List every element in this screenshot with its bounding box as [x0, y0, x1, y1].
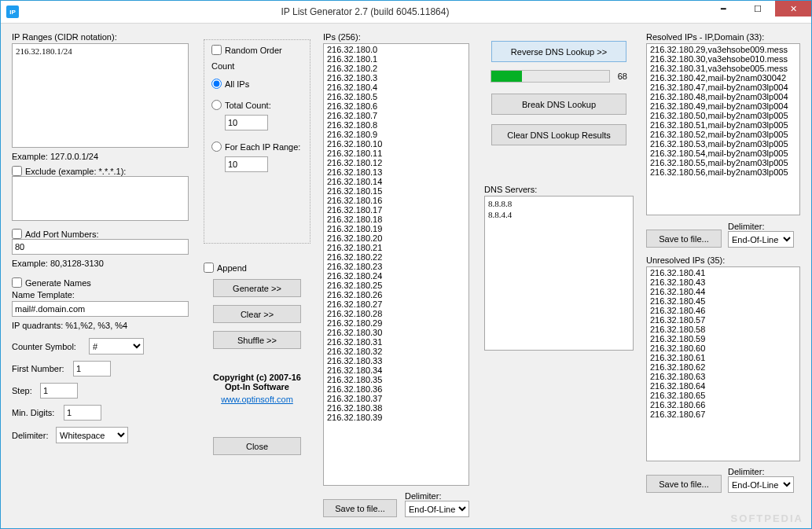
list-item[interactable]: 216.32.180.13 [327, 167, 465, 177]
list-item[interactable]: 216.32.180.52,mail-by2nam03lp005 [650, 130, 796, 139]
list-item[interactable]: 216.32.180.64 [650, 381, 796, 391]
list-item[interactable]: 216.32.180.58 [650, 325, 796, 334]
list-item[interactable]: 216.32.180.63 [650, 372, 796, 381]
save-unresolved-button[interactable]: Save to file... [646, 475, 722, 493]
maximize-button[interactable]: ☐ [740, 1, 775, 17]
exclude-checkbox[interactable] [12, 166, 22, 176]
list-item[interactable]: 216.32.180.35 [327, 375, 465, 384]
list-item[interactable]: 216.32.180.39 [327, 413, 465, 422]
list-item[interactable]: 216.32.180.16 [327, 196, 465, 205]
list-item[interactable]: 216.32.180.34 [327, 366, 465, 375]
list-item[interactable]: 216.32.180.31 [327, 337, 465, 347]
list-item[interactable]: 216.32.180.59 [650, 334, 796, 343]
list-item[interactable]: 216.32.180.9 [327, 130, 465, 139]
list-item[interactable]: 216.32.180.6 [327, 101, 465, 111]
list-item[interactable]: 216.32.180.11 [327, 149, 465, 158]
all-ips-radio[interactable] [211, 79, 222, 89]
save-resolved-button[interactable]: Save to file... [646, 230, 722, 248]
delimiter-select-1[interactable]: Whitespace [56, 427, 128, 443]
list-item[interactable]: 216.32.180.29,va3ehsobe009.mess [650, 45, 796, 54]
list-item[interactable]: 216.32.180.27 [327, 299, 465, 309]
list-item[interactable]: 216.32.180.61 [650, 353, 796, 362]
minimize-button[interactable]: ━ [706, 1, 740, 17]
list-item[interactable]: 216.32.180.31,va3ehsobe005.mess [650, 64, 796, 73]
delimiter-select-3[interactable]: End-Of-Line [405, 501, 469, 517]
ip-ranges-input[interactable]: 216.32.180.1/24 [12, 43, 189, 148]
min-digits-input[interactable] [64, 405, 101, 421]
clear-button[interactable]: Clear >> [213, 305, 301, 323]
shuffle-button[interactable]: Shuffle >> [213, 331, 301, 349]
list-item[interactable]: 216.32.180.0 [327, 45, 465, 54]
random-order-checkbox[interactable] [211, 45, 222, 55]
list-item[interactable]: 216.32.180.46 [650, 306, 796, 315]
list-item[interactable]: 216.32.180.55,mail-by2nam03lp005 [650, 158, 796, 167]
list-item[interactable]: 216.32.180.19 [327, 224, 465, 233]
close-window-button[interactable]: ✕ [775, 1, 811, 17]
list-item[interactable]: 216.32.180.54,mail-by2nam03lp005 [650, 149, 796, 158]
list-item[interactable]: 216.32.180.48,mail-by2nam03lp004 [650, 92, 796, 101]
list-item[interactable]: 216.32.180.42,mail-by2nam030042 [650, 73, 796, 83]
list-item[interactable]: 216.32.180.33 [327, 356, 465, 366]
list-item[interactable]: 216.32.180.4 [327, 83, 465, 92]
unresolved-listbox[interactable]: 216.32.180.41216.32.180.43216.32.180.442… [646, 266, 800, 461]
list-item[interactable]: 216.32.180.15 [327, 186, 465, 196]
list-item[interactable]: 216.32.180.20 [327, 233, 465, 243]
list-item[interactable]: 216.32.180.38 [327, 403, 465, 413]
list-item[interactable]: 216.32.180.62 [650, 362, 796, 372]
clear-dns-button[interactable]: Clear DNS Lookup Results [491, 124, 626, 145]
list-item[interactable]: 216.32.180.36 [327, 384, 465, 394]
list-item[interactable]: 216.32.180.30 [327, 328, 465, 337]
list-item[interactable]: 216.32.180.24 [327, 271, 465, 281]
append-checkbox[interactable] [204, 263, 214, 273]
list-item[interactable]: 216.32.180.51,mail-by2nam03lp005 [650, 120, 796, 130]
list-item[interactable]: 216.32.180.60 [650, 343, 796, 353]
list-item[interactable]: 216.32.180.8 [327, 120, 465, 130]
list-item[interactable]: 216.32.180.56,mail-by2nam03lp005 [650, 167, 796, 177]
for-each-radio[interactable] [211, 141, 222, 152]
counter-symbol-select[interactable]: # [89, 338, 144, 355]
list-item[interactable]: 216.32.180.5 [327, 92, 465, 101]
list-item[interactable]: 216.32.180.10 [327, 139, 465, 149]
save-ips-button[interactable]: Save to file... [323, 499, 397, 517]
generate-button[interactable]: Generate >> [213, 279, 301, 297]
list-item[interactable]: 216.32.180.17 [327, 205, 465, 215]
exclude-input[interactable] [12, 176, 189, 221]
website-link[interactable]: www.optinsoft.com [221, 395, 293, 404]
list-item[interactable]: 216.32.180.14 [327, 177, 465, 186]
total-count-radio[interactable] [211, 100, 222, 110]
generate-names-checkbox[interactable] [12, 277, 22, 288]
list-item[interactable]: 216.32.180.45 [650, 296, 796, 306]
list-item[interactable]: 216.32.180.26 [327, 290, 465, 299]
total-count-input[interactable] [225, 115, 268, 130]
list-item[interactable]: 216.32.180.2 [327, 64, 465, 73]
port-input[interactable] [12, 239, 189, 255]
list-item[interactable]: 216.32.180.18 [327, 215, 465, 224]
list-item[interactable]: 216.32.180.7 [327, 111, 465, 120]
resolved-listbox[interactable]: 216.32.180.29,va3ehsobe009.mess216.32.18… [646, 43, 800, 215]
close-button[interactable]: Close [213, 437, 301, 455]
list-item[interactable]: 216.32.180.28 [327, 309, 465, 318]
list-item[interactable]: 216.32.180.1 [327, 54, 465, 64]
list-item[interactable]: 216.32.180.66 [650, 400, 796, 410]
list-item[interactable]: 216.32.180.21 [327, 243, 465, 252]
list-item[interactable]: 216.32.180.67 [650, 410, 796, 419]
list-item[interactable]: 216.32.180.53,mail-by2nam03lp005 [650, 139, 796, 149]
dns-servers-input[interactable]: 8.8.8.8 8.8.4.4 [484, 196, 634, 351]
list-item[interactable]: 216.32.180.37 [327, 394, 465, 403]
addport-checkbox[interactable] [12, 229, 22, 239]
list-item[interactable]: 216.32.180.47,mail-by2nam03lp004 [650, 83, 796, 92]
list-item[interactable]: 216.32.180.12 [327, 158, 465, 167]
list-item[interactable]: 216.32.180.49,mail-by2nam03lp004 [650, 101, 796, 111]
list-item[interactable]: 216.32.180.41 [650, 268, 796, 277]
delimiter-select-5a[interactable]: End-Of-Line [728, 231, 794, 248]
list-item[interactable]: 216.32.180.44 [650, 287, 796, 296]
list-item[interactable]: 216.32.180.32 [327, 347, 465, 356]
for-each-input[interactable] [225, 156, 268, 172]
list-item[interactable]: 216.32.180.25 [327, 281, 465, 290]
list-item[interactable]: 216.32.180.43 [650, 277, 796, 287]
list-item[interactable]: 216.32.180.3 [327, 73, 465, 83]
break-dns-button[interactable]: Break DNS Lookup [491, 94, 626, 115]
list-item[interactable]: 216.32.180.50,mail-by2nam03lp005 [650, 111, 796, 120]
first-number-input[interactable] [73, 361, 111, 377]
delimiter-select-5b[interactable]: End-Of-Line [728, 476, 794, 493]
